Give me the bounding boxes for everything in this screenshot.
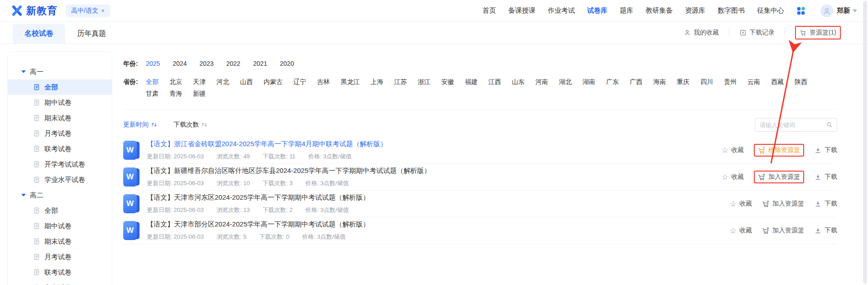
year-option-2023[interactable]: 2023	[199, 58, 213, 69]
year-option-2024[interactable]: 2024	[173, 58, 187, 69]
basket-toggle-button[interactable]: 移除资源篮	[754, 144, 804, 157]
sidebar-item-label: 期末试卷	[44, 114, 72, 123]
province-option-西藏[interactable]: 西藏	[771, 76, 784, 88]
sidebar-item-高考试卷[interactable]: 高考试卷	[8, 280, 112, 285]
favorite-button[interactable]: ☆ 收藏	[730, 226, 752, 235]
nav-item-征集中心[interactable]: 征集中心	[757, 6, 784, 15]
user-menu-caret-icon[interactable]	[853, 10, 857, 12]
sidebar-item-期中试卷[interactable]: 期中试卷	[8, 95, 112, 110]
province-option-甘肃[interactable]: 甘肃	[146, 88, 159, 99]
province-option-浙江[interactable]: 浙江	[418, 76, 430, 88]
search-icon[interactable]	[826, 121, 833, 128]
province-option-全部[interactable]: 全部	[146, 76, 159, 88]
basket-toggle-button[interactable]: 加入资源篮	[762, 200, 804, 208]
province-option-江苏[interactable]: 江苏	[394, 76, 407, 88]
download-count: 下载次数: 0	[259, 233, 289, 241]
sidebar-item-全部[interactable]: 全部	[8, 79, 112, 95]
download-button[interactable]: 下载	[814, 200, 837, 208]
province-option-广东[interactable]: 广东	[606, 76, 619, 88]
paper-title-link[interactable]: 【语文】天津市河东区2024-2025学年高一下学期期中考试试题（解析版）	[147, 193, 730, 202]
download-history-label: 下载记录	[749, 29, 775, 37]
province-option-吉林[interactable]: 吉林	[317, 76, 330, 88]
nav-item-数字图书[interactable]: 数字图书	[718, 6, 745, 15]
tab-历年真题[interactable]: 历年真题	[65, 24, 118, 44]
year-option-2025[interactable]: 2025	[146, 58, 160, 69]
sidebar-item-联考试卷[interactable]: 联考试卷	[8, 265, 112, 280]
favorite-button[interactable]: ☆ 收藏	[722, 173, 744, 181]
cart-icon	[758, 147, 766, 154]
province-option-山西[interactable]: 山西	[240, 76, 253, 88]
subject-selector[interactable]: 高中/语文 ∨	[66, 5, 110, 17]
page-scrollbar[interactable]	[863, 1, 867, 284]
sidebar-item-联考试卷[interactable]: 联考试卷	[8, 141, 112, 157]
tab-名校试卷[interactable]: 名校试卷	[13, 24, 65, 44]
province-option-重庆[interactable]: 重庆	[677, 76, 690, 88]
province-option-新疆[interactable]: 新疆	[193, 88, 206, 99]
nav-item-题库[interactable]: 题库	[620, 6, 633, 15]
year-option-2020[interactable]: 2020	[280, 58, 294, 69]
province-option-四川[interactable]: 四川	[700, 76, 713, 88]
nav-item-资源库[interactable]: 资源库	[685, 6, 705, 15]
nav-item-首页[interactable]: 首页	[482, 6, 496, 15]
province-option-湖南[interactable]: 湖南	[583, 76, 595, 88]
sidebar-item-期中试卷[interactable]: 期中试卷	[8, 218, 112, 234]
nav-item-试卷库[interactable]: 试卷库	[587, 6, 608, 15]
paper-title-link[interactable]: 【语文】新疆维吾尔自治区喀什地区莎车县2024-2025学年高一下学期期中考试试…	[147, 167, 722, 175]
province-option-陕西[interactable]: 陕西	[795, 76, 807, 88]
my-favorites-link[interactable]: 我的收藏	[684, 29, 719, 37]
apps-grid-icon[interactable]	[796, 6, 805, 15]
sidebar-item-label: 月考试卷	[44, 253, 72, 261]
sidebar-item-期末试卷[interactable]: 期末试卷	[8, 110, 112, 126]
sidebar-item-期末试卷[interactable]: 期末试卷	[8, 234, 112, 249]
download-button[interactable]: 下载	[814, 173, 837, 181]
province-option-福建[interactable]: 福建	[465, 76, 477, 88]
province-option-内蒙古[interactable]: 内蒙古	[264, 76, 283, 88]
favorite-button[interactable]: ☆ 收藏	[722, 146, 744, 154]
download-history-link[interactable]: 下载记录	[739, 29, 775, 37]
sort-下载次数[interactable]: 下载次数	[174, 121, 207, 129]
province-option-青海[interactable]: 青海	[169, 88, 182, 99]
sidebar-item-月考试卷[interactable]: 月考试卷	[8, 249, 112, 265]
nav-item-作业考试[interactable]: 作业考试	[548, 6, 575, 15]
view-count: 浏览次数: 5	[217, 233, 246, 241]
province-option-黑龙江[interactable]: 黑龙江	[341, 76, 360, 88]
basket-toggle-button[interactable]: 加入资源篮	[754, 171, 804, 183]
user-name[interactable]: 郑新	[837, 6, 850, 15]
paper-title-link[interactable]: 【语文】天津市部分区2024-2025学年高一下学期期中考试试题（解析版）	[147, 220, 730, 229]
province-option-江西[interactable]: 江西	[488, 76, 501, 88]
resource-basket-link[interactable]: 资源篮(1)	[800, 29, 836, 37]
nav-item-教研集备[interactable]: 教研集备	[646, 6, 673, 15]
tree-group-高一[interactable]: 高一	[8, 64, 112, 79]
province-option-广西[interactable]: 广西	[630, 76, 642, 88]
province-option-云南[interactable]: 云南	[747, 76, 760, 88]
tree-group-高二[interactable]: 高二	[8, 187, 112, 203]
province-option-上海[interactable]: 上海	[371, 76, 383, 88]
sidebar-item-月考试卷[interactable]: 月考试卷	[8, 126, 112, 141]
province-option-河北[interactable]: 河北	[217, 76, 229, 88]
download-button[interactable]: 下载	[814, 146, 837, 154]
sort-更新时间[interactable]: 更新时间	[123, 121, 157, 129]
favorite-button[interactable]: ☆ 收藏	[730, 200, 752, 208]
avatar[interactable]	[820, 5, 833, 17]
year-option-2022[interactable]: 2022	[226, 58, 240, 69]
year-option-2021[interactable]: 2021	[253, 58, 267, 69]
document-icon	[33, 176, 40, 183]
province-option-安徽[interactable]: 安徽	[441, 76, 454, 88]
top-nav: 首页备课授课作业考试试卷库题库教研集备资源库数字图书征集中心	[482, 6, 784, 15]
province-option-天津[interactable]: 天津	[193, 76, 206, 88]
province-option-湖北[interactable]: 湖北	[559, 76, 572, 88]
province-option-北京[interactable]: 北京	[169, 76, 182, 88]
download-button[interactable]: 下载	[814, 226, 837, 235]
province-option-山东[interactable]: 山东	[512, 76, 525, 88]
search-input[interactable]	[755, 118, 837, 132]
basket-toggle-button[interactable]: 加入资源篮	[762, 226, 804, 235]
province-option-辽宁[interactable]: 辽宁	[294, 76, 306, 88]
sidebar-item-学业水平试卷[interactable]: 学业水平试卷	[8, 172, 112, 187]
sidebar-item-开学考试试卷[interactable]: 开学考试试卷	[8, 157, 112, 172]
sidebar-item-全部[interactable]: 全部	[8, 203, 112, 218]
province-option-河南[interactable]: 河南	[535, 76, 548, 88]
nav-item-备课授课[interactable]: 备课授课	[508, 6, 535, 15]
province-option-海南[interactable]: 海南	[653, 76, 666, 88]
province-option-贵州[interactable]: 贵州	[724, 76, 737, 88]
paper-title-link[interactable]: 【语文】浙江省金砖联盟2024-2025学年高一下学期4月期中联考试题（解析版）	[147, 140, 722, 148]
